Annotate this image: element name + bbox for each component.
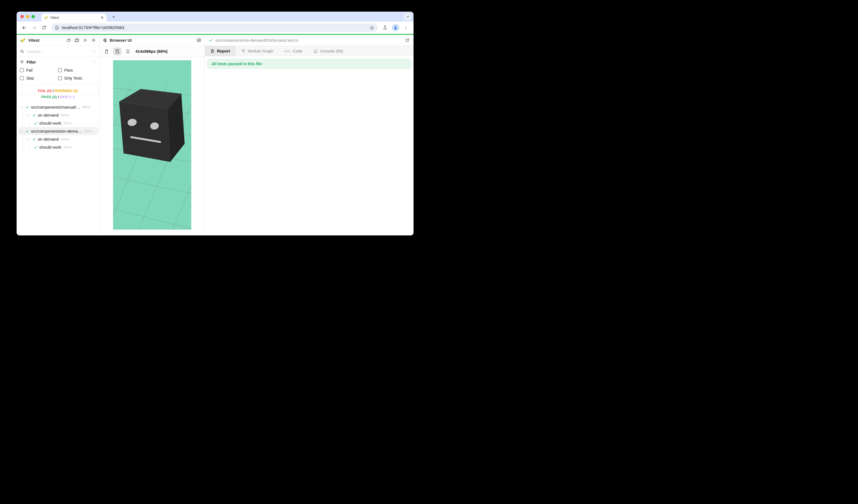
- chevron-down-icon[interactable]: [27, 114, 30, 117]
- experiments-flask-icon[interactable]: [381, 23, 389, 32]
- checkbox-only-tests[interactable]: [58, 76, 62, 80]
- close-window-button[interactable]: [20, 15, 24, 18]
- fail-count: FAIL (0): [38, 89, 52, 93]
- robot-cube: [119, 89, 185, 162]
- pass-count: PASS (2): [41, 95, 57, 99]
- console-icon: [314, 49, 318, 53]
- tab-close-icon[interactable]: ✕: [101, 15, 104, 20]
- maximize-window-button[interactable]: [32, 15, 35, 18]
- device-tablet-icon[interactable]: [124, 48, 132, 55]
- back-button[interactable]: [20, 23, 28, 32]
- test-summary: FAIL (0) / RUNNING (0) PASS (2) / SKIP (…: [17, 88, 99, 100]
- chevron-down-icon[interactable]: [27, 137, 30, 141]
- filter-option-fail[interactable]: Fail: [20, 68, 58, 72]
- checkbox-skip[interactable]: [20, 76, 24, 80]
- tree-row-test[interactable]: should work 43ms: [18, 143, 98, 151]
- three-d-scene: [113, 60, 191, 230]
- forward-button[interactable]: [30, 23, 38, 32]
- collapse-panels-icon[interactable]: [66, 38, 71, 43]
- profile-avatar[interactable]: [392, 24, 399, 31]
- url-bar[interactable]: localhost:5173/#/?file=1828625563: [51, 23, 378, 32]
- funnel-icon: [20, 60, 24, 64]
- sidebar: Vitest: [17, 35, 99, 235]
- tab-report[interactable]: Report: [205, 46, 236, 56]
- browser-ui-panel: Browser UI 414x896px (68%): [99, 35, 205, 235]
- tab-console[interactable]: Console (69): [308, 46, 349, 56]
- pass-check-icon: [33, 145, 37, 149]
- module-graph-icon: [241, 49, 245, 53]
- device-toolbar: 414x896px (68%): [99, 46, 205, 57]
- browser-tab[interactable]: Vitest ✕: [42, 14, 107, 21]
- pass-check-icon: [32, 113, 36, 117]
- checkbox-pass[interactable]: [58, 68, 62, 72]
- tree-row-file-on-demand-selected[interactable]: src/components/on-dema… 43ms: [18, 127, 98, 135]
- clear-search-filter-icon[interactable]: [92, 49, 96, 54]
- pass-check-icon: [25, 129, 29, 133]
- code-icon: </>: [284, 49, 290, 53]
- report-tabs: Report Module Graph </> Code Console: [205, 46, 414, 56]
- filter-option-skip[interactable]: Skip: [20, 76, 58, 80]
- vitest-logo-icon: [20, 37, 26, 43]
- clear-filters-icon[interactable]: [92, 60, 96, 64]
- vitest-favicon-icon: [44, 16, 48, 20]
- bookmark-star-icon[interactable]: [369, 26, 374, 30]
- tree-row-test[interactable]: should work 55ms: [18, 119, 98, 127]
- device-phone-icon[interactable]: [102, 48, 110, 55]
- theme-toggle-sun-icon[interactable]: [91, 38, 96, 43]
- dashboard-icon[interactable]: [75, 38, 79, 43]
- pass-check-icon: [25, 105, 29, 109]
- search-input[interactable]: [27, 49, 89, 54]
- tab-strip: Vitest ✕ +: [17, 12, 414, 21]
- search-row: [17, 46, 99, 57]
- filter-option-only-tests[interactable]: Only Tests: [58, 76, 96, 80]
- all-tests-passed-banner: All tests passed in this file: [207, 59, 411, 69]
- browser-toolbar: localhost:5173/#/?file=1828625563: [17, 21, 414, 34]
- app-preview-viewport[interactable]: [113, 60, 191, 230]
- url-text[interactable]: localhost:5173/#/?file=1828625563: [62, 26, 367, 30]
- pass-check-icon: [33, 121, 37, 125]
- menu-kebab-icon[interactable]: [402, 23, 410, 32]
- running-count: RUNNING (0): [55, 89, 78, 93]
- checkbox-fail[interactable]: [20, 68, 24, 72]
- browser-window: Vitest ✕ + localhost:5173/#/?file=182862…: [17, 12, 414, 235]
- refresh-button[interactable]: [40, 23, 48, 32]
- filter-option-pass[interactable]: Pass: [58, 68, 96, 72]
- report-panel: src/components/on-demand/OnDemand.test.t…: [205, 35, 414, 235]
- file-pass-check-icon: [209, 38, 213, 42]
- traffic-lights: [20, 12, 35, 21]
- clipboard-icon: [210, 49, 214, 53]
- tree-row-file-manual[interactable]: src/components/manual/… 56ms: [18, 103, 98, 111]
- viewport-size-label: 414x896px (68%): [136, 49, 168, 54]
- test-tree: src/components/manual/… 56ms on demand 5…: [17, 101, 99, 151]
- tree-row-suite[interactable]: on demand 43ms: [18, 135, 98, 143]
- device-phone-add-icon[interactable]: [113, 48, 121, 55]
- browser-ui-title: Browser UI: [110, 38, 131, 43]
- tab-module-graph[interactable]: Module Graph: [236, 46, 279, 56]
- chevron-down-icon[interactable]: [20, 105, 23, 109]
- open-external-icon[interactable]: [405, 38, 410, 43]
- tree-row-suite[interactable]: on demand 56ms: [18, 111, 98, 119]
- filter-section: Filter Fail Pass Skip Only Tests: [17, 57, 99, 84]
- minimize-window-button[interactable]: [26, 15, 29, 18]
- tab-code[interactable]: </> Code: [279, 46, 308, 56]
- tab-search-button[interactable]: [404, 13, 411, 20]
- app-title: Vitest: [28, 38, 39, 43]
- search-icon: [20, 49, 24, 54]
- site-info-icon[interactable]: [55, 26, 59, 30]
- file-path: src/components/on-demand/OnDemand.test.t…: [215, 38, 299, 43]
- skip-count: SKIP (--): [60, 95, 75, 99]
- chevron-down-icon[interactable]: [20, 130, 23, 133]
- new-tab-button[interactable]: +: [110, 14, 117, 20]
- filter-heading: Filter: [27, 60, 36, 64]
- globe-icon: [103, 38, 107, 43]
- pass-check-icon: [32, 137, 36, 141]
- tab-title: Vitest: [50, 16, 98, 20]
- run-all-icon[interactable]: [83, 38, 88, 43]
- preview-area: [99, 57, 205, 235]
- report-content: All tests passed in this file: [205, 56, 414, 235]
- open-side-panel-icon[interactable]: [196, 38, 201, 43]
